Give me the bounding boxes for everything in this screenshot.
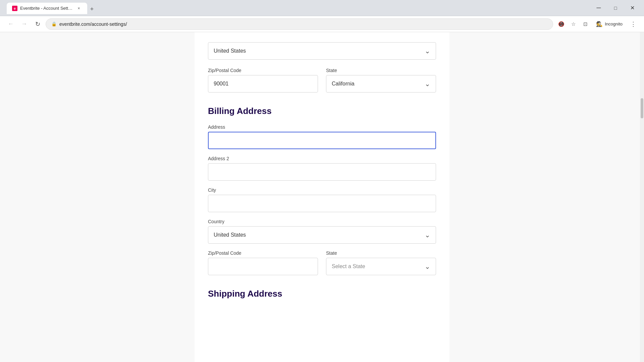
cast-button[interactable]: 📵	[556, 19, 567, 29]
billing-zip-input[interactable]	[208, 258, 318, 275]
scrollbar-thumb[interactable]	[641, 98, 643, 118]
billing-address2-input[interactable]	[208, 163, 436, 181]
billing-country-value: United States	[214, 232, 246, 238]
top-country-value: United States	[214, 48, 246, 54]
billing-country-label: Country	[208, 219, 436, 224]
top-state-value: California	[332, 81, 355, 87]
billing-city-input[interactable]	[208, 195, 436, 212]
billing-state-group: State Select a State ⌄	[326, 250, 436, 275]
refresh-button[interactable]: ↻	[32, 19, 43, 29]
billing-address2-group: Address 2	[208, 156, 436, 181]
tab-bar: e Eventbrite - Account Settings × +	[7, 2, 97, 14]
shipping-section: Shipping Address	[208, 289, 436, 299]
billing-zip-label: Zip/Postal Code	[208, 250, 318, 256]
billing-state-dropdown[interactable]: Select a State ⌄	[326, 258, 436, 275]
top-country-section: United States ⌄	[208, 42, 436, 60]
billing-state-label: State	[326, 250, 436, 256]
top-state-label: State	[326, 68, 436, 73]
main-content: United States ⌄ Zip/Postal Code State Ca…	[0, 32, 644, 362]
tab-favicon: e	[12, 6, 17, 11]
billing-city-label: City	[208, 187, 436, 193]
top-zip-label: Zip/Postal Code	[208, 68, 318, 73]
billing-city-group: City	[208, 187, 436, 212]
top-state-group: State California ⌄	[326, 68, 436, 93]
billing-zip-state-row: Zip/Postal Code State Select a State ⌄	[208, 250, 436, 275]
top-zip-input[interactable]	[208, 75, 318, 93]
billing-country-chevron: ⌄	[425, 231, 430, 239]
incognito-icon: 🕵	[596, 21, 603, 27]
menu-button[interactable]: ⋮	[628, 19, 639, 29]
billing-state-placeholder: Select a State	[332, 263, 365, 269]
address-bar[interactable]: 🔒 eventbrite.com/account-settings/	[46, 18, 553, 30]
url-text: eventbrite.com/account-settings/	[59, 21, 127, 27]
billing-country-dropdown[interactable]: United States ⌄	[208, 226, 436, 244]
billing-country-group: Country United States ⌄	[208, 219, 436, 244]
billing-address2-label: Address 2	[208, 156, 436, 161]
maximize-button[interactable]: □	[608, 3, 623, 13]
bookmark-button[interactable]: ☆	[568, 19, 579, 29]
tab-title: Eventbrite - Account Settings	[20, 6, 73, 11]
form-container: United States ⌄ Zip/Postal Code State Ca…	[195, 32, 449, 362]
billing-address-label: Address	[208, 124, 436, 130]
billing-title: Billing Address	[208, 106, 436, 116]
billing-address-input[interactable]	[208, 132, 436, 149]
top-country-chevron: ⌄	[425, 47, 430, 55]
active-tab[interactable]: e Eventbrite - Account Settings ×	[7, 3, 87, 14]
top-state-dropdown[interactable]: California ⌄	[326, 75, 436, 93]
tab-close-button[interactable]: ×	[76, 5, 82, 11]
window-buttons: ─ □ ✕	[591, 3, 640, 13]
lock-icon: 🔒	[51, 21, 57, 26]
shipping-title: Shipping Address	[208, 289, 436, 299]
incognito-label: Incognito	[605, 21, 623, 26]
browser-chrome: e Eventbrite - Account Settings × + ─ □ …	[0, 0, 644, 16]
billing-state-chevron: ⌄	[425, 262, 430, 270]
top-zip-state-row: Zip/Postal Code State California ⌄	[208, 68, 436, 93]
forward-button[interactable]: →	[19, 19, 30, 29]
close-button[interactable]: ✕	[625, 3, 640, 13]
billing-address-group: Address	[208, 124, 436, 149]
nav-bar: ← → ↻ 🔒 eventbrite.com/account-settings/…	[0, 16, 644, 32]
scrollbar[interactable]	[640, 32, 644, 362]
incognito-badge: 🕵 Incognito	[592, 19, 627, 28]
top-state-chevron: ⌄	[425, 80, 430, 88]
split-view-button[interactable]: ⊡	[580, 19, 591, 29]
top-zip-group: Zip/Postal Code	[208, 68, 318, 93]
billing-zip-group: Zip/Postal Code	[208, 250, 318, 275]
billing-section: Billing Address Address Address 2 City C…	[208, 106, 436, 275]
minimize-button[interactable]: ─	[591, 3, 606, 13]
back-button[interactable]: ←	[5, 19, 16, 29]
top-country-dropdown[interactable]: United States ⌄	[208, 42, 436, 60]
new-tab-button[interactable]: +	[87, 5, 97, 14]
nav-right-icons: 📵 ☆ ⊡ 🕵 Incognito ⋮	[556, 19, 639, 29]
